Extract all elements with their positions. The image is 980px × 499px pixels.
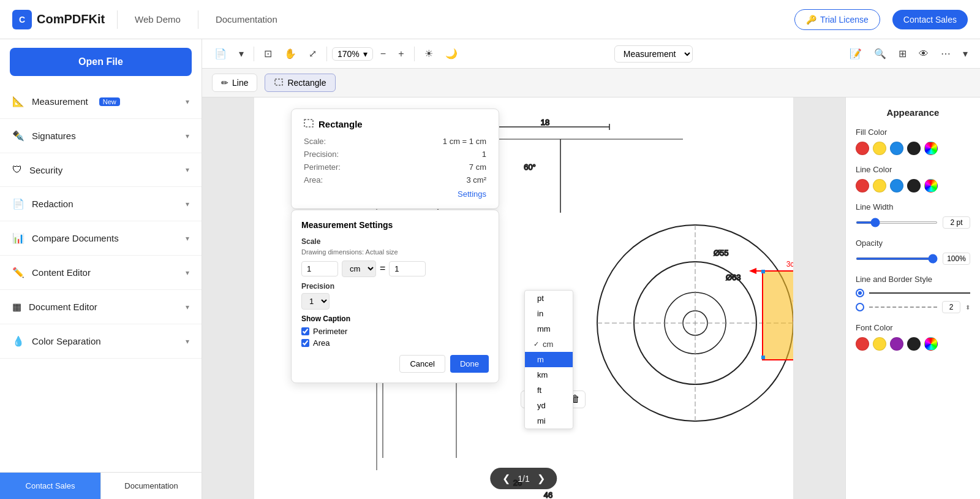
sidebar-item-measurement[interactable]: 📐 Measurement New ▾ xyxy=(0,85,202,119)
settings-input-to[interactable] xyxy=(389,261,426,276)
line-tool-button[interactable]: ✏ Line xyxy=(212,74,257,92)
sidebar-label-color-separation: Color Separation xyxy=(32,336,101,346)
contact-sales-button[interactable]: Contact Sales xyxy=(892,10,968,29)
font-color-rainbow[interactable] xyxy=(924,337,938,351)
settings-scale-row: cm = xyxy=(301,261,489,277)
popup-precision-row: Precision: 1 xyxy=(304,150,486,159)
sidebar-item-content-editor[interactable]: ✏️ Content Editor ▾ xyxy=(0,256,202,290)
doc-dropdown-button[interactable]: ▾ xyxy=(234,44,249,63)
settings-cancel-button[interactable]: Cancel xyxy=(399,355,445,373)
settings-precision-select[interactable]: 1 xyxy=(301,293,330,310)
documentation-sidebar-button[interactable]: Documentation xyxy=(100,473,202,499)
settings-caption-label: Show Caption xyxy=(301,314,489,323)
fill-color-red[interactable] xyxy=(856,142,869,155)
fill-color-blue[interactable] xyxy=(890,142,903,155)
popup-precision-label: Precision: xyxy=(304,150,339,159)
zoom-out-button[interactable]: − xyxy=(375,45,391,63)
unit-option-km[interactable]: km xyxy=(525,367,573,383)
dashed-border-radio[interactable] xyxy=(856,303,864,311)
line-color-black[interactable] xyxy=(907,179,921,192)
settings-perimeter-label: Perimeter xyxy=(313,327,347,336)
unit-option-yd[interactable]: yd xyxy=(525,398,573,413)
sidebar-item-document-editor[interactable]: ▦ Document Editor ▾ xyxy=(0,290,202,324)
sidebar-item-redaction[interactable]: 📄 Redaction ▾ xyxy=(0,187,202,221)
edit-doc-button[interactable]: 📝 xyxy=(845,44,867,63)
settings-area-row: Area xyxy=(301,338,489,348)
zoom-control[interactable]: 170% ▾ xyxy=(332,47,373,61)
settings-input-from[interactable] xyxy=(301,261,338,276)
line-width-slider-row: 2 pt xyxy=(856,216,970,229)
opacity-slider[interactable] xyxy=(856,257,938,260)
font-color-black[interactable] xyxy=(907,337,921,351)
measurement-mode-select[interactable]: Measurement xyxy=(614,45,693,63)
line-width-label: Line Width xyxy=(856,202,970,211)
sidebar-item-compare[interactable]: 📊 Compare Documents ▾ xyxy=(0,221,202,256)
solid-border-radio[interactable] xyxy=(856,289,864,297)
line-color-rainbow[interactable] xyxy=(924,179,938,192)
line-color-red[interactable] xyxy=(856,179,869,192)
chevron-down-icon: ▾ xyxy=(186,269,189,277)
layout-button[interactable]: ⊞ xyxy=(894,44,911,63)
fill-color-yellow[interactable] xyxy=(873,142,886,155)
search-button[interactable]: 🔍 xyxy=(869,44,891,63)
unit-option-ft[interactable]: ft xyxy=(525,383,573,398)
line-color-yellow[interactable] xyxy=(873,179,886,192)
zoom-in-button[interactable]: + xyxy=(393,45,409,63)
rectangle-tool-button[interactable]: Rectangle xyxy=(265,74,335,92)
settings-area-checkbox[interactable] xyxy=(301,339,309,347)
sidebar-item-signatures[interactable]: ✒️ Signatures ▾ xyxy=(0,119,202,153)
line-color-blue[interactable] xyxy=(890,179,903,192)
settings-unit-from-select[interactable]: cm xyxy=(342,261,376,277)
more-dropdown-button[interactable]: ▾ xyxy=(958,44,973,63)
sidebar-item-color-separation[interactable]: 💧 Color Separation ▾ xyxy=(0,324,202,359)
svg-text:18: 18 xyxy=(541,118,549,127)
theme-button[interactable]: 🌙 xyxy=(440,44,462,63)
svg-rect-44 xyxy=(761,356,765,359)
measurement-popup: Rectangle Scale: 1 cm = 1 cm Precision: … xyxy=(291,109,499,209)
prev-page-button[interactable]: ❮ xyxy=(502,473,510,484)
font-color-purple[interactable] xyxy=(890,337,903,351)
view-button[interactable]: 👁 xyxy=(914,45,933,63)
settings-done-button[interactable]: Done xyxy=(450,355,489,373)
line-width-slider[interactable] xyxy=(856,221,938,224)
unit-option-in[interactable]: in xyxy=(525,306,573,321)
popup-settings-link[interactable]: Settings xyxy=(304,189,486,199)
line-width-value[interactable]: 2 pt xyxy=(943,216,970,229)
opacity-value[interactable]: 100% xyxy=(943,253,970,265)
drop-icon: 💧 xyxy=(12,335,24,347)
settings-perimeter-checkbox[interactable] xyxy=(301,327,309,335)
unit-option-mm[interactable]: mm xyxy=(525,321,573,337)
fill-color-black[interactable] xyxy=(907,142,921,155)
font-color-label: Font Color xyxy=(856,323,970,332)
fit-page-button[interactable]: ⊡ xyxy=(259,44,277,63)
unit-option-m[interactable]: m xyxy=(525,352,573,367)
unit-option-mi[interactable]: mi xyxy=(525,413,573,429)
page-navigation: ❮ 1/1 ❯ xyxy=(490,468,557,489)
line-color-section: Line Color xyxy=(856,165,970,192)
open-file-button[interactable]: Open File xyxy=(10,48,192,76)
selection-button[interactable]: ⤢ xyxy=(304,44,322,63)
next-page-button[interactable]: ❯ xyxy=(537,473,545,484)
trial-license-button[interactable]: 🔑 Trial License xyxy=(794,9,880,30)
brightness-button[interactable]: ☀ xyxy=(420,44,438,63)
contact-sales-sidebar-button[interactable]: Contact Sales xyxy=(0,473,100,499)
sidebar-item-security[interactable]: 🛡 Security ▾ xyxy=(0,153,202,187)
unit-option-pt[interactable]: pt xyxy=(525,291,573,306)
chevron-down-icon: ▾ xyxy=(186,200,189,208)
more-button[interactable]: ⋯ xyxy=(936,44,956,63)
svg-text:46: 46 xyxy=(544,490,552,500)
nav-documentation[interactable]: Documentation xyxy=(211,12,282,27)
unit-option-cm[interactable]: ✓ cm xyxy=(525,337,573,352)
fill-color-rainbow[interactable] xyxy=(924,142,938,155)
popup-area-label: Area: xyxy=(304,175,323,185)
pan-button[interactable]: ✋ xyxy=(279,44,301,63)
right-panel: Appearance Fill Color Line Color xyxy=(845,97,980,499)
border-num-arrow[interactable]: ⬍ xyxy=(965,304,970,311)
font-color-yellow[interactable] xyxy=(873,337,886,351)
border-num[interactable]: 2 xyxy=(942,301,960,313)
new-doc-button[interactable]: 📄 xyxy=(209,44,232,63)
font-color-red[interactable] xyxy=(856,337,869,351)
main-toolbar: 📄 ▾ ⊡ ✋ ⤢ 170% ▾ − + ☀ 🌙 Measurement 📝 xyxy=(202,39,980,69)
popup-header: Rectangle xyxy=(304,119,486,129)
nav-web-demo[interactable]: Web Demo xyxy=(130,12,186,27)
